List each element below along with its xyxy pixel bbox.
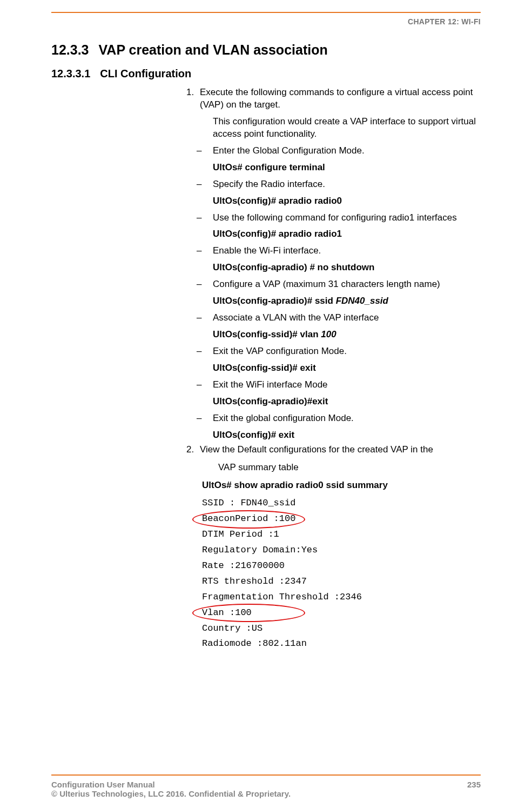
- cli-command: UltOs(config-ssid)# exit: [213, 362, 481, 375]
- cli-command: UltOs(config-apradio)#exit: [213, 396, 481, 408]
- step-2: View the Default configurations for the …: [197, 444, 481, 652]
- footer-copyright: © Ulterius Technologies, LLC 2016. Confi…: [51, 789, 291, 798]
- top-rule: [51, 12, 481, 13]
- footer-manual-title: Configuration User Manual: [51, 780, 291, 789]
- step-1-substeps: Use the following command for configurin…: [197, 212, 481, 224]
- substep: Enable the Wi-Fi interface.: [197, 245, 481, 257]
- step-list: Execute the following commands to config…: [178, 86, 481, 652]
- cli-command: UltOs(config-ssid)# vlan 100: [213, 329, 481, 341]
- step-1-substeps: Enter the Global Configuration Mode.: [197, 145, 481, 157]
- content-column: Execute the following commands to config…: [178, 86, 481, 652]
- running-header: CHAPTER 12: WI-FI: [51, 17, 481, 26]
- cli-output: SSID : FDN40_ssid BeaconPeriod :100 DTIM…: [202, 496, 481, 652]
- output-line: SSID : FDN40_ssid: [202, 496, 481, 511]
- cmd-prefix: UltOs(config-apradio)# ssid: [213, 296, 336, 306]
- substep-text: Exit the VAP configuration Mode.: [213, 346, 347, 356]
- step-1-note: This configuration would create a VAP in…: [213, 116, 481, 141]
- substep: Configure a VAP (maximum 31 characters l…: [197, 278, 481, 291]
- output-line: Country :US: [202, 621, 481, 637]
- output-line: Fragmentation Threshold :2346: [202, 590, 481, 605]
- output-line: DTIM Period :1: [202, 527, 481, 543]
- page: CHAPTER 12: WI-FI 12.3.3VAP creation and…: [0, 12, 532, 808]
- substep-text: Specify the Radio interface.: [213, 179, 325, 189]
- step-1-substeps: Exit the global configuration Mode.: [197, 412, 481, 425]
- step-1-substeps: Exit the WiFi interface Mode: [197, 379, 481, 391]
- substep-text: Enter the Global Configuration Mode.: [213, 145, 365, 156]
- bottom-rule: [51, 774, 481, 776]
- output-line: BeaconPeriod :100: [202, 511, 481, 527]
- step-1-substeps: Configure a VAP (maximum 31 characters l…: [197, 278, 481, 291]
- step-1: Execute the following commands to config…: [197, 86, 481, 442]
- section-number: 12.3.3: [51, 42, 89, 58]
- output-line: Radiomode :802.11an: [202, 636, 481, 652]
- cmd-arg: 100: [321, 329, 336, 339]
- cli-command: UltOs(config)# apradio radio1: [213, 228, 481, 241]
- substep-text: Exit the global configuration Mode.: [213, 413, 354, 423]
- substep: Exit the WiFi interface Mode: [197, 379, 481, 391]
- subsection-title: CLI Configuration: [100, 68, 191, 79]
- cli-command: UltOs(config)# apradio radio0: [213, 195, 481, 208]
- cli-command: UltOs# configure terminal: [213, 162, 481, 174]
- cli-command: UltOs(config-apradio) # no shutdown: [213, 262, 481, 274]
- subsection-number: 12.3.3.1: [51, 68, 90, 80]
- substep: Exit the VAP configuration Mode.: [197, 345, 481, 358]
- output-line: Rate :216700000: [202, 558, 481, 574]
- cli-command: UltOs(config)# exit: [213, 429, 481, 442]
- step-2-subtext: VAP summary table: [218, 462, 481, 474]
- section-title: VAP creation and VLAN association: [99, 42, 328, 57]
- footer-left: Configuration User Manual © Ulterius Tec…: [51, 780, 291, 798]
- step-1-substeps: Specify the Radio interface.: [197, 178, 481, 191]
- substep: Enter the Global Configuration Mode.: [197, 145, 481, 157]
- cli-command: UltOs# show apradio radio0 ssid summary: [202, 479, 481, 492]
- substep-text: Associate a VLAN with the VAP interface: [213, 312, 379, 323]
- substep: Associate a VLAN with the VAP interface: [197, 312, 481, 324]
- step-1-substeps: Associate a VLAN with the VAP interface: [197, 312, 481, 324]
- step-1-substeps: Exit the VAP configuration Mode.: [197, 345, 481, 358]
- footer: Configuration User Manual © Ulterius Tec…: [51, 774, 481, 798]
- step-2-text: View the Default configurations for the …: [197, 444, 481, 456]
- output-line: RTS threshold :2347: [202, 574, 481, 590]
- step-1-substeps: Enable the Wi-Fi interface.: [197, 245, 481, 257]
- output-line: Regulatory Domain:Yes: [202, 543, 481, 558]
- cli-command: UltOs(config-apradio)# ssid FDN40_ssid: [213, 295, 481, 308]
- cmd-prefix: UltOs(config-ssid)# vlan: [213, 329, 321, 339]
- page-number: 235: [467, 780, 481, 798]
- output-line: Vlan :100: [202, 605, 481, 621]
- substep-text: Configure a VAP (maximum 31 characters l…: [213, 279, 440, 289]
- substep-text: Use the following command for configurin…: [213, 212, 457, 223]
- section-heading: 12.3.3VAP creation and VLAN association: [51, 42, 481, 58]
- substep: Use the following command for configurin…: [197, 212, 481, 224]
- substep: Specify the Radio interface.: [197, 178, 481, 191]
- step-1-text: Execute the following commands to config…: [197, 86, 481, 111]
- substep: Exit the global configuration Mode.: [197, 412, 481, 425]
- cmd-arg: FDN40_ssid: [336, 296, 388, 306]
- substep-text: Exit the WiFi interface Mode: [213, 379, 328, 390]
- footer-row: Configuration User Manual © Ulterius Tec…: [51, 780, 481, 798]
- substep-text: Enable the Wi-Fi interface.: [213, 245, 321, 256]
- subsection-heading: 12.3.3.1CLI Configuration: [51, 68, 481, 80]
